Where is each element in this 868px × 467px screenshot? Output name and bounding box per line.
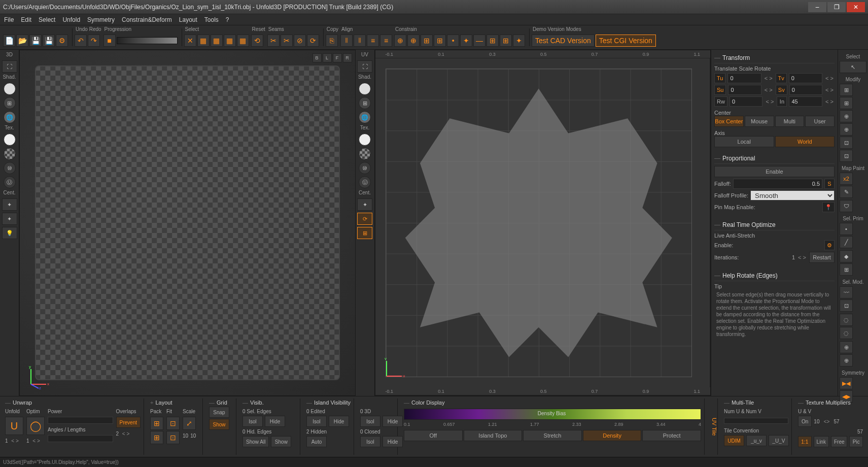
- axis-local-button[interactable]: Local: [714, 136, 774, 147]
- test-cad-button[interactable]: Test CAD Version: [532, 35, 595, 47]
- optimize-enable-icon[interactable]: ⚙: [824, 240, 835, 250]
- frame-icon[interactable]: ⛶: [2, 60, 17, 73]
- tv-spin[interactable]: < >: [824, 75, 835, 81]
- tex-on-button[interactable]: On: [798, 416, 812, 427]
- restart-button[interactable]: Restart: [809, 252, 835, 263]
- con1-icon[interactable]: ⊕: [394, 35, 406, 47]
- con8-icon[interactable]: ⊞: [487, 35, 499, 47]
- align3-icon[interactable]: ≡: [367, 35, 379, 47]
- fr-shield-icon[interactable]: 🛡: [840, 200, 853, 212]
- fr-mod1-icon[interactable]: ⊞: [840, 84, 853, 96]
- menu-file[interactable]: File: [4, 16, 14, 23]
- con4-icon[interactable]: ⊞: [434, 35, 446, 47]
- menu-help[interactable]: ?: [226, 16, 229, 23]
- pack2-icon[interactable]: ⊞: [150, 431, 163, 444]
- viewport-3d[interactable]: B L F R yxz: [19, 50, 356, 396]
- visib-isol1-button[interactable]: Isol: [242, 416, 263, 427]
- center-box-button[interactable]: Box Center: [714, 116, 744, 127]
- con5-icon[interactable]: •: [447, 35, 459, 47]
- sel1-icon[interactable]: ▦: [197, 35, 210, 47]
- overlap-spin[interactable]: < >: [121, 431, 131, 437]
- uv-tex-u-icon[interactable]: Ⓤ: [359, 176, 371, 188]
- open-icon[interactable]: 📂: [16, 35, 28, 47]
- save2-icon[interactable]: 💾: [43, 35, 55, 47]
- center-multi-button[interactable]: Multi: [775, 116, 805, 127]
- in-spin[interactable]: < >: [824, 98, 835, 105]
- center-user-button[interactable]: User: [805, 116, 835, 127]
- con2-icon[interactable]: ⊕: [407, 35, 420, 47]
- uv-tex-checker-icon[interactable]: [359, 148, 371, 160]
- align4-icon[interactable]: ≡: [380, 35, 392, 47]
- angles-slider[interactable]: [48, 435, 113, 442]
- power-slider[interactable]: [48, 417, 113, 424]
- fr-sym1-icon[interactable]: ▶◀: [840, 377, 853, 389]
- progression-slider[interactable]: [117, 37, 178, 44]
- unfold-spin[interactable]: < >: [10, 438, 20, 444]
- help-header[interactable]: Help Rotate (Edges): [714, 271, 835, 281]
- menu-select[interactable]: Select: [39, 16, 55, 23]
- scale-icon[interactable]: ⤢: [183, 417, 196, 430]
- prop-enable-button[interactable]: Enable: [714, 166, 835, 177]
- fr-mod4-icon[interactable]: ⊕: [840, 123, 853, 136]
- new-icon[interactable]: 📄: [3, 35, 15, 47]
- falloff-s-button[interactable]: S: [824, 179, 835, 189]
- align1-icon[interactable]: ⫴: [340, 35, 353, 47]
- uv-shade-globe-icon[interactable]: 🌐: [359, 111, 371, 123]
- uv-cent1-icon[interactable]: ✦: [357, 198, 372, 211]
- optim-icon[interactable]: ◯: [26, 417, 45, 435]
- pic-button[interactable]: Pic: [849, 436, 863, 447]
- uv-low-button[interactable]: _u_v: [746, 435, 767, 446]
- fit2-icon[interactable]: ⊡: [166, 431, 180, 444]
- sub3d-isol2-button[interactable]: Isol: [360, 436, 380, 447]
- visib-hide1-button[interactable]: Hide: [265, 416, 285, 427]
- light-icon[interactable]: 💡: [2, 227, 17, 239]
- uv-frame-icon[interactable]: ⛶: [357, 60, 372, 73]
- su-field[interactable]: 0: [728, 85, 761, 95]
- fr-mod5-icon[interactable]: ⊡: [840, 137, 853, 149]
- link-button[interactable]: Link: [814, 436, 829, 447]
- tex-u-icon[interactable]: Ⓤ: [4, 176, 16, 188]
- color-protect-button[interactable]: Protect: [642, 430, 701, 441]
- sv-spin[interactable]: < >: [824, 87, 835, 93]
- shade-white-icon[interactable]: [4, 83, 16, 95]
- close-button[interactable]: ✕: [847, 2, 865, 12]
- settings-icon[interactable]: ⚙: [56, 35, 68, 47]
- cent1-icon[interactable]: ✦: [2, 198, 17, 211]
- unfold-icon[interactable]: U: [5, 417, 23, 435]
- visib-show-button[interactable]: Show: [271, 436, 291, 447]
- color-off-button[interactable]: Off: [404, 430, 463, 441]
- fr-selmod5-icon[interactable]: ⊕: [840, 341, 853, 353]
- snap-button[interactable]: Snap: [209, 407, 229, 418]
- axis-world-button[interactable]: World: [775, 136, 835, 147]
- color-density-button[interactable]: Density: [583, 430, 642, 441]
- menu-unfold[interactable]: Unfold: [62, 16, 80, 23]
- fr-selmod1-icon[interactable]: 〰: [840, 286, 853, 298]
- reset-icon[interactable]: ⟲: [251, 35, 263, 47]
- pack1-icon[interactable]: ⊞: [150, 417, 163, 430]
- fr-selmod2-icon[interactable]: ⊡: [840, 299, 853, 312]
- tu-spin[interactable]: < >: [763, 75, 774, 81]
- shade-globe-icon[interactable]: 🌐: [4, 111, 16, 123]
- uv-shade-white-icon[interactable]: [359, 83, 371, 95]
- prevent-button[interactable]: Prevent: [116, 417, 141, 428]
- menu-tools[interactable]: Tools: [204, 16, 219, 23]
- menu-layout[interactable]: Layout: [179, 16, 197, 23]
- ratio-button[interactable]: 1:1: [798, 436, 812, 447]
- fr-selmod4-icon[interactable]: ◌: [840, 327, 853, 339]
- view-f-button[interactable]: F: [333, 53, 342, 62]
- show-grid-button[interactable]: Show: [209, 419, 229, 430]
- island-hide-button[interactable]: Hide: [329, 416, 349, 427]
- numuv-slider[interactable]: [724, 418, 788, 424]
- con6-icon[interactable]: ✦: [460, 35, 472, 47]
- sub3d-isol-button[interactable]: Isol: [360, 416, 380, 427]
- uv-grid-icon[interactable]: ⊞: [357, 227, 372, 239]
- viewport-uv[interactable]: vu: [375, 58, 703, 387]
- tex-white-icon[interactable]: [4, 134, 16, 146]
- color-gradient[interactable]: Density Bias: [404, 409, 701, 420]
- save-icon[interactable]: 💾: [29, 35, 42, 47]
- fr-selmod3-icon[interactable]: ◌: [840, 314, 853, 326]
- fr-brush-icon[interactable]: ✎: [840, 186, 853, 198]
- con9-icon[interactable]: ⊞: [500, 35, 512, 47]
- center-mouse-button[interactable]: Mouse: [745, 116, 774, 127]
- uv-tex-white-icon[interactable]: [359, 134, 371, 146]
